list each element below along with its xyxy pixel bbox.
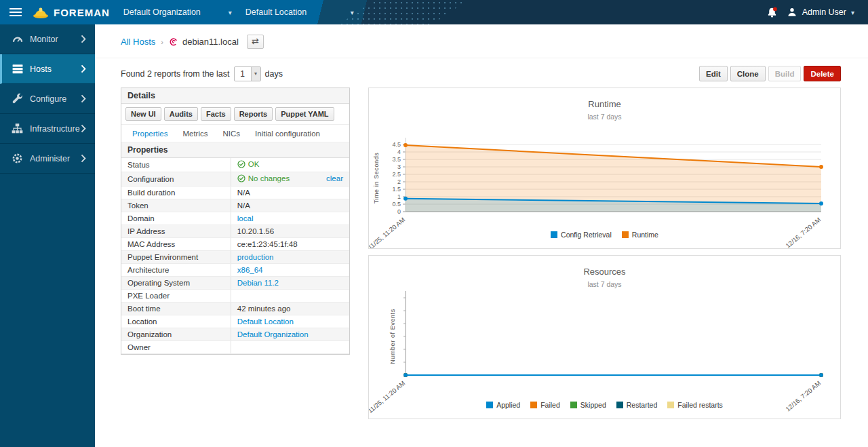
tab-initial-configuration[interactable]: Initial configuration bbox=[248, 125, 327, 142]
status-ok-icon: No changes bbox=[237, 174, 290, 182]
legend-item-skipped[interactable]: Skipped bbox=[570, 401, 606, 409]
property-value-link[interactable]: Debian 11.2 bbox=[237, 279, 279, 287]
sidebar-item-administer[interactable]: Administer bbox=[0, 144, 95, 174]
legend-swatch bbox=[622, 231, 629, 238]
tab-nics[interactable]: NICs bbox=[216, 125, 247, 142]
property-value bbox=[231, 341, 349, 354]
audits-button[interactable]: Audits bbox=[164, 107, 198, 121]
legend-label: Failed restarts bbox=[677, 401, 723, 409]
svg-text:0: 0 bbox=[397, 208, 401, 215]
sidebar: MonitorHostsConfigureInfrastructureAdmin… bbox=[0, 24, 95, 447]
property-value-link[interactable]: local bbox=[237, 214, 254, 222]
y-axis-label: Number of Events bbox=[389, 309, 396, 364]
legend-label: Restarted bbox=[627, 401, 658, 409]
property-value-link[interactable]: Default Location bbox=[237, 317, 294, 326]
svg-text:1: 1 bbox=[397, 193, 401, 200]
breadcrumb-all-hosts-link[interactable]: All Hosts bbox=[121, 37, 155, 47]
svg-text:2: 2 bbox=[397, 178, 401, 185]
sidebar-item-monitor[interactable]: Monitor bbox=[0, 24, 95, 54]
legend-label: Config Retrieval bbox=[561, 231, 612, 239]
property-row-puppet-environment: Puppet Environmentproduction bbox=[121, 251, 349, 264]
chevron-down-icon: ▾ bbox=[229, 9, 232, 16]
property-value-link[interactable]: Default Organization bbox=[237, 330, 309, 338]
svg-text:1.5: 1.5 bbox=[392, 186, 401, 193]
property-row-operating-system: Operating SystemDebian 11.2 bbox=[121, 277, 349, 290]
property-row-domain: Domainlocal bbox=[121, 212, 349, 225]
legend-item-applied[interactable]: Applied bbox=[486, 401, 520, 409]
report-range-text-before: Found 2 reports from the last bbox=[121, 69, 230, 79]
menu-toggle-icon[interactable] bbox=[9, 6, 23, 18]
sitemap-icon bbox=[12, 123, 23, 134]
chevron-right-icon bbox=[81, 154, 87, 163]
property-row-organization: OrganizationDefault Organization bbox=[121, 328, 349, 341]
property-row-configuration: ConfigurationNo changesclear bbox=[121, 172, 349, 187]
property-row-location: LocationDefault Location bbox=[121, 315, 349, 328]
property-value: Default Location bbox=[231, 315, 349, 328]
property-row-token: TokenN/A bbox=[121, 199, 349, 212]
brand[interactable]: FOREMAN bbox=[33, 6, 110, 19]
svg-text:0.5: 0.5 bbox=[392, 201, 401, 208]
svg-text:3.5: 3.5 bbox=[392, 156, 401, 163]
property-label: Configuration bbox=[121, 172, 231, 187]
property-label: Build duration bbox=[121, 187, 231, 199]
new-ui-button[interactable]: New UI bbox=[125, 107, 161, 121]
property-label: Domain bbox=[121, 212, 231, 225]
svg-text:3: 3 bbox=[397, 163, 401, 170]
property-row-mac-address: MAC Addressce:e1:23:45:1f:48 bbox=[121, 238, 349, 251]
chart-subtitle: last 7 days bbox=[587, 113, 621, 121]
organization-selector[interactable]: Default Organization ▾ bbox=[123, 7, 232, 17]
main-content: All Hosts › debian11.local ⇄ Found 2 rep… bbox=[95, 24, 868, 419]
sidebar-item-label: Monitor bbox=[30, 35, 81, 44]
sidebar-item-configure[interactable]: Configure bbox=[0, 84, 95, 114]
property-label: Token bbox=[121, 199, 231, 212]
details-heading: Details bbox=[121, 88, 349, 104]
legend-swatch bbox=[551, 231, 557, 238]
clear-link[interactable]: clear bbox=[326, 174, 343, 182]
property-row-build-duration: Build durationN/A bbox=[121, 187, 349, 199]
sidebar-item-infrastructure[interactable]: Infrastructure bbox=[0, 114, 95, 144]
reports-button[interactable]: Reports bbox=[234, 107, 273, 121]
user-menu[interactable]: Admin User ▾ bbox=[787, 7, 854, 18]
property-value-link[interactable]: x86_64 bbox=[237, 266, 263, 274]
sidebar-item-hosts[interactable]: Hosts bbox=[0, 54, 95, 84]
property-label: Operating System bbox=[121, 277, 231, 290]
y-axis-label: Time in Seconds bbox=[373, 153, 380, 204]
organization-selector-value: Default Organization bbox=[123, 7, 201, 17]
legend-item-failed-restarts[interactable]: Failed restarts bbox=[667, 401, 723, 409]
runtime-chart: Runtimelast 7 daysTime in Seconds00.511.… bbox=[369, 88, 840, 248]
property-value: local bbox=[231, 212, 349, 225]
runtime-chart-panel: Runtimelast 7 daysTime in Seconds00.511.… bbox=[368, 88, 841, 249]
property-value-link[interactable]: production bbox=[237, 253, 274, 261]
gear-icon bbox=[12, 153, 23, 164]
notifications-bell-icon[interactable] bbox=[766, 7, 778, 18]
report-range: Found 2 reports from the last 1 ▾ days bbox=[121, 66, 283, 81]
legend-swatch bbox=[530, 402, 537, 408]
tab-metrics[interactable]: Metrics bbox=[176, 125, 214, 142]
facts-button[interactable]: Facts bbox=[201, 107, 231, 121]
location-selector[interactable]: Default Location ▾ bbox=[245, 7, 354, 17]
runtime-legend: Config RetrievalRuntime bbox=[369, 231, 840, 239]
clone-button[interactable]: Clone bbox=[730, 66, 766, 81]
host-action-buttons: EditCloneBuildDelete bbox=[699, 66, 841, 81]
edit-button[interactable]: Edit bbox=[699, 66, 728, 81]
days-select[interactable]: 1 ▾ bbox=[234, 66, 261, 81]
property-row-status: StatusOK bbox=[121, 158, 349, 172]
details-action-buttons: New UIAuditsFactsReportsPuppet YAML bbox=[121, 104, 349, 125]
legend-item-runtime[interactable]: Runtime bbox=[622, 231, 658, 239]
delete-button[interactable]: Delete bbox=[804, 66, 841, 81]
chart-subtitle: last 7 days bbox=[587, 280, 621, 288]
chevron-right-icon bbox=[81, 64, 87, 73]
legend-item-failed[interactable]: Failed bbox=[530, 401, 560, 409]
chevron-down-icon: ▾ bbox=[251, 67, 260, 81]
property-label: MAC Address bbox=[121, 238, 231, 251]
puppet-yaml-button[interactable]: Puppet YAML bbox=[275, 107, 334, 121]
svg-text:4.5: 4.5 bbox=[392, 141, 401, 148]
svg-text:2.5: 2.5 bbox=[392, 171, 401, 178]
tab-properties[interactable]: Properties bbox=[125, 125, 174, 142]
legend-item-restarted[interactable]: Restarted bbox=[616, 401, 658, 409]
chart-title: Resources bbox=[583, 267, 626, 277]
legend-swatch bbox=[570, 402, 577, 408]
host-switcher-button[interactable]: ⇄ bbox=[247, 35, 264, 49]
property-row-ip-address: IP Address10.20.1.56 bbox=[121, 225, 349, 238]
legend-item-config-retrieval[interactable]: Config Retrieval bbox=[551, 231, 612, 239]
